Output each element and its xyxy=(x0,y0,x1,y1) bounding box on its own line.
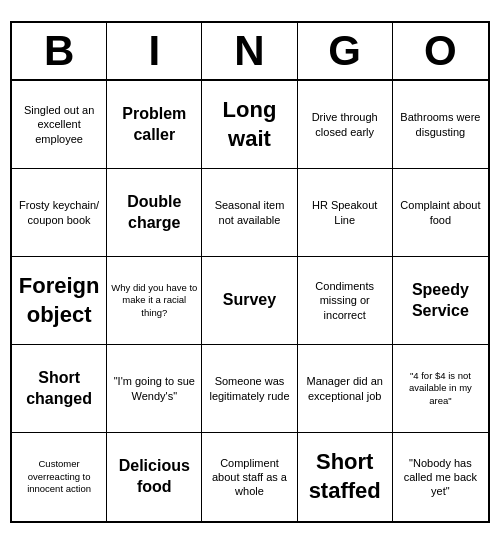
bingo-header: BINGO xyxy=(12,23,488,81)
bingo-cell[interactable]: Drive through closed early xyxy=(298,81,393,169)
cell-text: Frosty keychain/ coupon book xyxy=(16,198,102,227)
bingo-cell[interactable]: Bathrooms were disgusting xyxy=(393,81,488,169)
bingo-card: BINGO Singled out an excellent employeeP… xyxy=(10,21,490,523)
bingo-cell[interactable]: Short staffed xyxy=(298,433,393,521)
header-letter: G xyxy=(298,23,393,79)
bingo-cell[interactable]: Frosty keychain/ coupon book xyxy=(12,169,107,257)
cell-text: Compliment about staff as a whole xyxy=(206,456,292,499)
bingo-cell[interactable]: Long wait xyxy=(202,81,297,169)
cell-text: Short staffed xyxy=(302,448,388,505)
bingo-cell[interactable]: HR Speakout Line xyxy=(298,169,393,257)
cell-text: Foreign object xyxy=(16,272,102,329)
bingo-cell[interactable]: Delicious food xyxy=(107,433,202,521)
cell-text: Bathrooms were disgusting xyxy=(397,110,484,139)
cell-text: Singled out an excellent employee xyxy=(16,103,102,146)
bingo-cell[interactable]: Manager did an exceptional job xyxy=(298,345,393,433)
cell-text: Seasonal item not available xyxy=(206,198,292,227)
header-letter: O xyxy=(393,23,488,79)
bingo-cell[interactable]: Compliment about staff as a whole xyxy=(202,433,297,521)
cell-text: Manager did an exceptional job xyxy=(302,374,388,403)
bingo-cell[interactable]: "Nobody has called me back yet" xyxy=(393,433,488,521)
cell-text: "Nobody has called me back yet" xyxy=(397,456,484,499)
bingo-cell[interactable]: Condiments missing or incorrect xyxy=(298,257,393,345)
bingo-cell[interactable]: Short changed xyxy=(12,345,107,433)
cell-text: "I'm going to sue Wendy's" xyxy=(111,374,197,403)
cell-text: Why did you have to make it a racial thi… xyxy=(111,282,197,319)
bingo-cell[interactable]: Seasonal item not available xyxy=(202,169,297,257)
cell-text: HR Speakout Line xyxy=(302,198,388,227)
cell-text: Speedy Service xyxy=(397,280,484,322)
cell-text: Double charge xyxy=(111,192,197,234)
bingo-cell[interactable]: Double charge xyxy=(107,169,202,257)
cell-text: Survey xyxy=(223,290,276,311)
bingo-cell[interactable]: Problem caller xyxy=(107,81,202,169)
cell-text: "4 for $4 is not available in my area" xyxy=(397,370,484,407)
bingo-cell[interactable]: Customer overreacting to innocent action xyxy=(12,433,107,521)
cell-text: Delicious food xyxy=(111,456,197,498)
bingo-cell[interactable]: Why did you have to make it a racial thi… xyxy=(107,257,202,345)
cell-text: Short changed xyxy=(16,368,102,410)
cell-text: Drive through closed early xyxy=(302,110,388,139)
header-letter: I xyxy=(107,23,202,79)
header-letter: N xyxy=(202,23,297,79)
cell-text: Condiments missing or incorrect xyxy=(302,279,388,322)
cell-text: Someone was legitimately rude xyxy=(206,374,292,403)
cell-text: Problem caller xyxy=(111,104,197,146)
cell-text: Customer overreacting to innocent action xyxy=(16,458,102,495)
bingo-cell[interactable]: Survey xyxy=(202,257,297,345)
bingo-cell[interactable]: Complaint about food xyxy=(393,169,488,257)
bingo-cell[interactable]: "I'm going to sue Wendy's" xyxy=(107,345,202,433)
bingo-cell[interactable]: Someone was legitimately rude xyxy=(202,345,297,433)
bingo-cell[interactable]: Speedy Service xyxy=(393,257,488,345)
bingo-cell[interactable]: Foreign object xyxy=(12,257,107,345)
bingo-cell[interactable]: Singled out an excellent employee xyxy=(12,81,107,169)
bingo-cell[interactable]: "4 for $4 is not available in my area" xyxy=(393,345,488,433)
header-letter: B xyxy=(12,23,107,79)
cell-text: Complaint about food xyxy=(397,198,484,227)
bingo-grid: Singled out an excellent employeeProblem… xyxy=(12,81,488,521)
cell-text: Long wait xyxy=(206,96,292,153)
